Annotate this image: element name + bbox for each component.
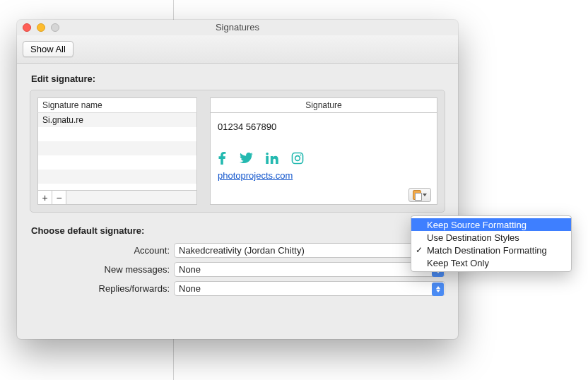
instagram-icon[interactable] <box>291 152 304 165</box>
menu-item-keep-source[interactable]: Keep Source Formatting <box>411 218 571 231</box>
replies-select-value: None <box>179 283 201 294</box>
menu-item-label: Match Destination Formatting <box>427 245 547 256</box>
replies-row: Replies/forwards: None <box>30 281 445 296</box>
facebook-icon[interactable] <box>218 152 226 165</box>
svg-point-1 <box>295 156 300 161</box>
signature-list-footer: + − <box>37 191 197 205</box>
choose-default-section: Choose default signature: Account: Naked… <box>30 225 445 296</box>
new-messages-select[interactable]: None <box>174 262 445 277</box>
preferences-window: Signatures Show All Edit signature: Sign… <box>17 20 458 339</box>
window-title: Signatures <box>59 22 416 32</box>
edit-signature-heading: Edit signature: <box>31 73 445 84</box>
signature-preview[interactable]: 01234 567890 <box>210 113 437 185</box>
account-select-value: Nakedcreativity (Jordan Chitty) <box>179 245 305 256</box>
menu-item-match-destination[interactable]: ✓ Match Destination Formatting <box>411 244 571 256</box>
minimize-icon[interactable] <box>37 23 45 32</box>
add-signature-button[interactable]: + <box>38 191 52 204</box>
close-icon[interactable] <box>23 23 31 32</box>
chevron-down-icon <box>423 194 427 196</box>
signature-list-header: Signature name <box>37 97 197 113</box>
truncated-line <box>218 116 430 121</box>
stepper-arrows-icon <box>432 283 444 296</box>
signature-phone: 01234 567890 <box>218 121 430 132</box>
menu-item-label: Keep Source Formatting <box>427 220 527 230</box>
toolbar: Show All <box>17 35 458 64</box>
twitter-icon[interactable] <box>239 153 253 164</box>
edit-signature-panel: Signature name Si.gnatu.re + − Signature… <box>30 90 445 213</box>
clipboard-icon <box>413 190 421 200</box>
new-messages-row: New messages: None <box>30 262 445 277</box>
signature-link[interactable]: photoprojects.com <box>218 170 430 181</box>
signature-preview-header: Signature <box>210 97 437 113</box>
signature-list: Signature name Si.gnatu.re + − <box>37 97 197 205</box>
replies-label: Replies/forwards: <box>30 283 174 294</box>
paste-options-menu: Keep Source Formatting Use Destination S… <box>411 215 572 272</box>
new-messages-select-value: None <box>179 264 201 275</box>
signature-list-body[interactable]: Si.gnatu.re <box>37 113 197 191</box>
zoom-icon <box>51 23 59 32</box>
traffic-lights <box>23 23 59 32</box>
svg-rect-0 <box>293 153 303 164</box>
titlebar: Signatures <box>17 20 458 35</box>
remove-signature-button[interactable]: − <box>52 191 66 204</box>
account-select[interactable]: Nakedcreativity (Jordan Chitty) <box>174 243 445 258</box>
menu-item-label: Keep Text Only <box>427 258 489 268</box>
choose-default-heading: Choose default signature: <box>31 225 445 236</box>
linkedin-icon[interactable] <box>266 153 278 164</box>
content-area: Edit signature: Signature name Si.gnatu.… <box>17 64 458 339</box>
show-all-button[interactable]: Show All <box>23 41 74 57</box>
signature-list-item[interactable]: Si.gnatu.re <box>38 113 196 127</box>
menu-item-use-destination[interactable]: Use Destination Styles <box>411 231 571 244</box>
svg-point-2 <box>300 155 302 156</box>
account-label: Account: <box>30 245 174 256</box>
replies-select[interactable]: None <box>174 281 445 296</box>
menu-item-keep-text-only[interactable]: Keep Text Only <box>411 256 571 269</box>
signature-preview-footer <box>210 185 437 205</box>
account-row: Account: Nakedcreativity (Jordan Chitty) <box>30 243 445 258</box>
menu-item-label: Use Destination Styles <box>427 232 519 243</box>
social-icons <box>218 152 430 165</box>
paste-options-button[interactable] <box>408 188 431 202</box>
check-icon: ✓ <box>416 245 423 255</box>
signature-preview-panel: Signature 01234 567890 <box>210 97 437 205</box>
new-messages-label: New messages: <box>30 264 174 275</box>
